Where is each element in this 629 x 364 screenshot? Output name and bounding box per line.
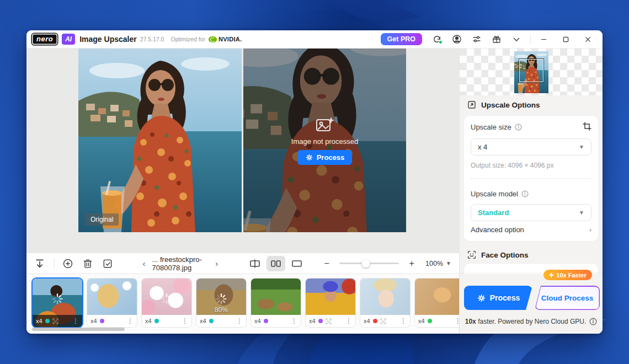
filmstrip-thumbnail[interactable]: 80% x4 ⋮ bbox=[196, 279, 246, 327]
compare-slider-view-button[interactable] bbox=[246, 256, 264, 271]
upscale-model-label: Upscale model bbox=[471, 190, 529, 198]
overlay-process-button[interactable]: Process bbox=[297, 150, 353, 165]
zoom-out-button[interactable]: − bbox=[322, 259, 332, 269]
thumbnail-menu-button[interactable]: ⋮ bbox=[72, 318, 79, 324]
scale-label: x4 bbox=[364, 318, 370, 324]
face-detected-icon bbox=[52, 318, 58, 324]
filmstrip-thumbnail[interactable]: x4 ⋮ bbox=[306, 279, 355, 327]
minimize-button[interactable] bbox=[534, 33, 553, 46]
filmstrip-thumbnail[interactable]: x4 ⋮ bbox=[360, 279, 410, 327]
processed-image-panel[interactable]: Image not processed Process bbox=[243, 49, 406, 232]
thumbnail-info-bar: x4 ⋮ bbox=[33, 315, 82, 327]
thumbnail-menu-button[interactable]: ⋮ bbox=[236, 318, 243, 324]
thumbnail-info-bar: x4 ⋮ bbox=[251, 315, 301, 327]
nero-logo: nero bbox=[32, 34, 57, 45]
crop-region-indicator[interactable] bbox=[519, 59, 543, 82]
image-viewer: Original Image not processed bbox=[26, 49, 459, 253]
previous-file-button[interactable]: ‹ bbox=[142, 259, 147, 268]
thumbnail-info-bar: x4 ⋮ bbox=[87, 315, 137, 327]
scale-label: x4 bbox=[309, 318, 316, 324]
cloud-footer-note: 10x faster. Powered by Nero Cloud GPU. bbox=[460, 318, 603, 325]
zoom-slider[interactable] bbox=[339, 263, 399, 264]
cloud-process-button[interactable]: Cloud Process bbox=[535, 286, 600, 310]
thumbnail-menu-button[interactable]: ⋮ bbox=[182, 318, 188, 324]
optimized-for-label: Optimized for bbox=[170, 36, 205, 42]
filmstrip: x4 ⋮ x4 ⋮ x4 bbox=[26, 274, 459, 334]
advanced-option-row[interactable]: Advanced option› bbox=[471, 226, 591, 234]
close-button[interactable] bbox=[578, 33, 597, 46]
not-processed-message: Image not processed bbox=[291, 137, 358, 146]
thumbnail-info-bar: x4 ⋮ bbox=[196, 315, 246, 327]
upscale-size-label: Upscale size bbox=[471, 123, 522, 131]
thumbnail-menu-button[interactable]: ⋮ bbox=[345, 318, 352, 324]
maximize-button[interactable] bbox=[556, 33, 575, 46]
add-image-icon[interactable] bbox=[62, 258, 73, 269]
thumbnail-info-bar: x4 ⋮ bbox=[306, 315, 355, 327]
filmstrip-thumbnail[interactable]: x4 ⋮ bbox=[33, 279, 82, 327]
thumbnail-image bbox=[251, 279, 301, 315]
original-label: Original bbox=[85, 213, 119, 226]
thumbnail-menu-button[interactable]: ⋮ bbox=[127, 318, 134, 324]
thumbnail-menu-button[interactable]: ⋮ bbox=[400, 318, 407, 324]
gift-icon[interactable] bbox=[492, 34, 502, 44]
get-pro-button[interactable]: Get PRO bbox=[381, 33, 422, 45]
filmstrip-thumbnail[interactable]: x4 ⋮ bbox=[87, 279, 137, 327]
progress-label: 80% bbox=[196, 306, 246, 314]
face-detected-icon bbox=[326, 318, 332, 324]
nvidia-logo-icon bbox=[209, 36, 217, 42]
zoom-slider-handle[interactable] bbox=[361, 259, 370, 267]
thumbnail-image bbox=[415, 279, 459, 315]
sync-icon[interactable] bbox=[432, 34, 442, 44]
thumbnail-info-bar: x4 ⋮ bbox=[360, 315, 410, 327]
original-image-panel[interactable]: Original bbox=[78, 49, 242, 232]
upscale-model-dropdown[interactable]: Standard▼ bbox=[471, 204, 591, 221]
chevron-down-icon[interactable] bbox=[511, 34, 521, 44]
face-scan-icon bbox=[467, 250, 476, 259]
scale-label: x4 bbox=[36, 318, 42, 324]
app-version: 27.5.17.0 bbox=[140, 36, 164, 42]
options-sidebar: Upscale Options Upscale size bbox=[459, 49, 603, 334]
info-icon[interactable] bbox=[515, 124, 522, 131]
loading-spinner-icon bbox=[51, 293, 63, 305]
filmstrip-thumbnail[interactable]: x4 ⋮ bbox=[415, 279, 459, 327]
current-filename: ... freestockpro-7080078.jpg bbox=[152, 255, 209, 272]
download-icon[interactable] bbox=[34, 258, 45, 269]
upscale-options-header: Upscale Options bbox=[467, 100, 540, 109]
thumbnail-image bbox=[87, 279, 137, 315]
preview-thumbnail[interactable] bbox=[514, 51, 548, 93]
face-detected-icon bbox=[380, 318, 386, 324]
side-by-side-view-button[interactable] bbox=[266, 256, 285, 271]
lightning-icon bbox=[549, 272, 554, 278]
filmstrip-thumbnail[interactable]: x4 ⋮ bbox=[251, 279, 301, 327]
zoom-in-button[interactable]: + bbox=[407, 259, 417, 269]
status-dot bbox=[373, 319, 377, 323]
zoom-level-value[interactable]: 100% bbox=[425, 260, 443, 267]
thumbnail-menu-button[interactable]: ⋮ bbox=[455, 318, 459, 324]
info-icon[interactable] bbox=[521, 190, 529, 197]
image-sparkle-icon bbox=[316, 116, 334, 133]
app-window: nero AI Image Upscaler 27.5.17.0 Optimiz… bbox=[26, 30, 603, 334]
delete-icon[interactable] bbox=[82, 258, 93, 269]
upscale-settings-panel: Upscale size x 4▼ Output size: 4096 × 4 bbox=[464, 116, 598, 241]
process-button[interactable]: Process bbox=[464, 286, 532, 310]
status-dot bbox=[100, 319, 104, 323]
process-spinner-icon bbox=[305, 153, 313, 162]
filmstrip-scrollbar[interactable] bbox=[32, 328, 125, 331]
single-view-button[interactable] bbox=[287, 256, 306, 271]
crop-icon[interactable] bbox=[583, 122, 591, 131]
account-icon[interactable] bbox=[452, 34, 462, 44]
scale-label: x4 bbox=[145, 318, 152, 324]
scale-label: x4 bbox=[90, 318, 97, 324]
settings-sliders-icon[interactable] bbox=[472, 34, 482, 44]
zoom-dropdown-chevron[interactable]: ▼ bbox=[446, 260, 451, 266]
next-file-button[interactable]: › bbox=[214, 259, 219, 268]
info-icon[interactable] bbox=[589, 318, 597, 325]
select-all-icon[interactable] bbox=[102, 258, 113, 269]
thumbnail-menu-button[interactable]: ⋮ bbox=[291, 318, 297, 324]
face-options-header: Face Options bbox=[467, 250, 529, 259]
filmstrip-thumbnail[interactable]: x4 ⋮ bbox=[142, 279, 191, 327]
upscale-size-dropdown[interactable]: x 4▼ bbox=[471, 138, 591, 156]
thumbnail-info-bar: x4 ⋮ bbox=[142, 315, 191, 327]
title-bar: nero AI Image Upscaler 27.5.17.0 Optimiz… bbox=[26, 30, 603, 49]
thumbnail-image bbox=[360, 279, 410, 315]
